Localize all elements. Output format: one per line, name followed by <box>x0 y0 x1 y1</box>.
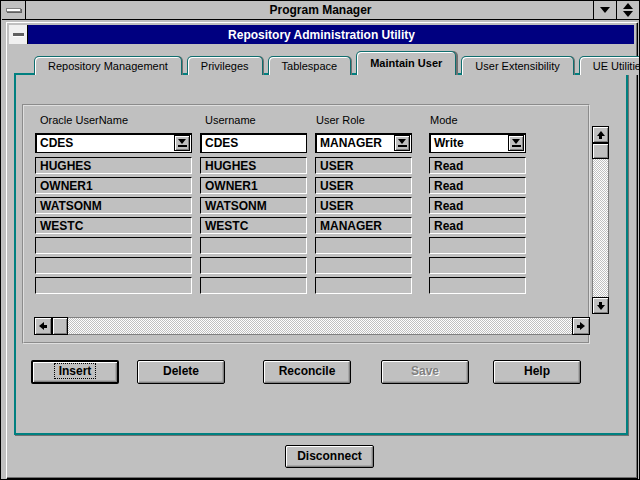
grid-cell[interactable] <box>315 277 412 294</box>
grid-cell[interactable] <box>200 277 307 294</box>
grid-cell[interactable] <box>429 257 526 274</box>
tab-maintain-user[interactable]: Maintain User <box>356 51 456 75</box>
grid-cell[interactable] <box>429 277 526 294</box>
vertical-scrollbar-track[interactable] <box>592 159 609 297</box>
grid-cell[interactable]: OWNER1 <box>200 177 307 194</box>
combobox-value: CDES <box>36 134 191 151</box>
grid-cell[interactable] <box>315 237 412 254</box>
grid-cell[interactable] <box>35 237 192 254</box>
dropdown-arrow-icon <box>512 139 521 147</box>
window-title: Repository Administration Utility <box>9 28 634 42</box>
button-label: Help <box>524 364 550 378</box>
dropdown-arrow-icon <box>398 139 407 147</box>
oracle-username-combobox[interactable]: CDES <box>35 133 192 153</box>
horizontal-scrollbar-thumb[interactable] <box>52 317 68 335</box>
grid-cell[interactable]: Read <box>429 157 526 174</box>
grid-cell[interactable]: WATSONM <box>35 197 192 214</box>
minimize-button[interactable] <box>593 1 616 19</box>
button-label: Reconcile <box>279 364 336 378</box>
mode-combobox[interactable]: Write <box>429 133 526 153</box>
grid-cell[interactable]: HUGHES <box>35 157 192 174</box>
program-manager-title: Program Manager <box>2 3 639 17</box>
repository-admin-window: Repository Administration Utility Reposi… <box>6 22 637 478</box>
tab-ue-utilities[interactable]: UE Utilities <box>579 56 640 75</box>
tab-label: Repository Management <box>48 60 168 72</box>
delete-button[interactable]: Delete <box>137 360 225 384</box>
grid-cell[interactable]: OWNER1 <box>35 177 192 194</box>
minimize-icon <box>600 7 610 13</box>
dropdown-button[interactable] <box>394 135 410 151</box>
mode-column: Read Read Read Read <box>429 157 526 297</box>
insert-button[interactable]: Insert <box>31 360 119 384</box>
column-label-mode: Mode <box>430 114 458 126</box>
grid-frame: Oracle UserName Username User Role Mode … <box>22 104 590 344</box>
grid-cell[interactable]: USER <box>315 157 412 174</box>
grid-cell[interactable]: HUGHES <box>200 157 307 174</box>
grid-cell[interactable]: USER <box>315 177 412 194</box>
column-label-username: Username <box>205 114 256 126</box>
dropdown-button[interactable] <box>174 135 190 151</box>
column-label-user-role: User Role <box>316 114 365 126</box>
tab-label: User Extensibility <box>475 60 559 72</box>
reconcile-button[interactable]: Reconcile <box>263 360 351 384</box>
maintain-user-page: Oracle UserName Username User Role Mode … <box>14 73 628 435</box>
tab-privileges[interactable]: Privileges <box>187 56 263 75</box>
tab-label: Privileges <box>201 60 249 72</box>
user-role-column: USER USER USER MANAGER <box>315 157 412 297</box>
grid-cell[interactable] <box>429 237 526 254</box>
grid-cell[interactable]: WESTC <box>200 217 307 234</box>
scroll-down-button[interactable] <box>592 297 609 314</box>
down-arrow-icon <box>597 302 605 310</box>
username-column: HUGHES OWNER1 WATSONM WESTC <box>200 157 307 297</box>
grid-cell[interactable]: Read <box>429 217 526 234</box>
horizontal-scrollbar <box>34 317 590 335</box>
right-arrow-icon <box>577 322 585 330</box>
dropdown-button[interactable] <box>508 135 524 151</box>
user-role-combobox[interactable]: MANAGER <box>315 133 412 153</box>
grid-cell[interactable] <box>200 257 307 274</box>
help-button[interactable]: Help <box>493 360 581 384</box>
dropdown-arrow-icon <box>178 139 187 147</box>
grid-cell[interactable]: Read <box>429 177 526 194</box>
grid-cell[interactable]: WESTC <box>35 217 192 234</box>
scroll-right-button[interactable] <box>572 317 590 335</box>
program-manager-titlebar[interactable]: Program Manager <box>2 1 639 20</box>
save-button: Save <box>381 360 469 384</box>
tab-label: Maintain User <box>370 57 442 69</box>
scroll-left-button[interactable] <box>34 317 52 335</box>
horizontal-scrollbar-track[interactable] <box>68 317 572 335</box>
button-label: Save <box>411 364 439 378</box>
tab-user-extensibility[interactable]: User Extensibility <box>461 56 573 75</box>
disconnect-button[interactable]: Disconnect <box>285 445 374 468</box>
window-titlebar[interactable]: Repository Administration Utility <box>9 25 634 44</box>
column-label-oracle-username: Oracle UserName <box>40 114 128 126</box>
tab-label: Tablespace <box>282 60 338 72</box>
grid-cell[interactable] <box>35 257 192 274</box>
grid-cell[interactable]: USER <box>315 197 412 214</box>
scroll-up-button[interactable] <box>592 126 609 143</box>
tab-repository-management[interactable]: Repository Management <box>34 56 182 75</box>
grid-cell[interactable] <box>315 257 412 274</box>
up-arrow-icon <box>597 131 605 139</box>
restore-icon <box>623 3 633 17</box>
screen: Program Manager Repository Administratio… <box>0 0 640 480</box>
username-field[interactable]: CDES <box>200 133 307 153</box>
vertical-scrollbar <box>592 126 609 314</box>
button-label: Delete <box>163 364 199 378</box>
window-control-buttons <box>593 1 639 19</box>
grid-cell[interactable] <box>200 237 307 254</box>
button-label: Disconnect <box>297 449 362 463</box>
tab-tablespace[interactable]: Tablespace <box>268 56 352 75</box>
left-arrow-icon <box>39 322 47 330</box>
button-label: Insert <box>55 364 96 378</box>
vertical-scrollbar-thumb[interactable] <box>592 143 609 159</box>
grid-cell[interactable]: WATSONM <box>200 197 307 214</box>
tab-bar: Repository Management Privileges Tablesp… <box>34 51 640 75</box>
grid-cell[interactable]: MANAGER <box>315 217 412 234</box>
grid-cell[interactable] <box>35 277 192 294</box>
oracle-username-column: HUGHES OWNER1 WATSONM WESTC <box>35 157 192 297</box>
field-value: CDES <box>201 134 306 151</box>
restore-button[interactable] <box>616 1 639 19</box>
tab-label: UE Utilities <box>593 60 640 72</box>
grid-cell[interactable]: Read <box>429 197 526 214</box>
